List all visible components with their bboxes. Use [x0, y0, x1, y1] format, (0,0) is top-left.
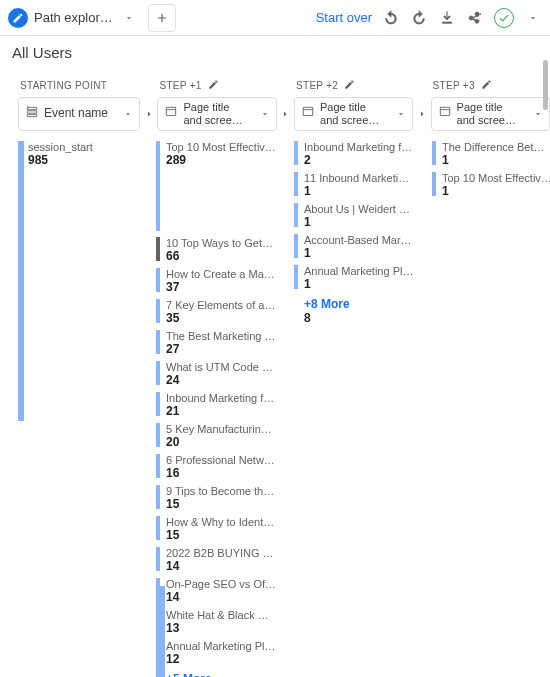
caret-down-icon[interactable]	[120, 9, 138, 27]
redo-icon[interactable]	[410, 9, 428, 27]
node-label: Account-Based Market…	[304, 234, 414, 246]
dimension-chip-page-3[interactable]: Page titleand scree…	[431, 97, 550, 131]
sankey-node[interactable]: What is UTM Code an…24	[156, 361, 276, 387]
node-label: About Us | Weidert Gro…	[304, 203, 414, 215]
sankey-node[interactable]: 9 Tips to Become the …15	[156, 485, 276, 511]
sankey-node[interactable]: 5 Key Manufacturing C…20	[156, 423, 276, 449]
node-value: 1	[304, 184, 414, 198]
status-ok-icon[interactable]	[494, 8, 514, 28]
sankey-more[interactable]: +8 More8	[294, 297, 414, 325]
sankey-node[interactable]: The Best Marketing Bu…27	[156, 330, 276, 356]
add-tab-button[interactable]	[148, 4, 176, 32]
node-value: 14	[166, 590, 276, 604]
sankey-node[interactable]: White Hat & Black Hat …13	[156, 609, 276, 635]
edit-icon[interactable]	[344, 79, 355, 92]
sankey-node[interactable]: Top 10 Most Effective …289	[156, 141, 276, 165]
node-label: 10 Top Ways to Get M…	[166, 237, 276, 249]
node-value: 24	[166, 373, 276, 387]
sankey-node[interactable]: How to Create a Mark…37	[156, 268, 276, 294]
arrow-right-icon	[413, 97, 430, 131]
sankey-node[interactable]: Inbound Marketing for …21	[156, 392, 276, 418]
sankey-node[interactable]: Account-Based Market…1	[294, 234, 414, 260]
sankey-canvas: session_start985 Top 10 Most Effective ……	[0, 135, 550, 677]
undo-icon[interactable]	[382, 9, 400, 27]
chevron-down-icon	[260, 105, 270, 123]
step-header-1: STEP +1	[157, 77, 276, 93]
arrow-right-icon	[140, 97, 157, 131]
top-toolbar: Path explorati… Start over	[0, 0, 550, 36]
sankey-node[interactable]: About Us | Weidert Gro…1	[294, 203, 414, 229]
node-label: How to Create a Mark…	[166, 268, 276, 280]
sankey-node[interactable]: How & Why to Identify …15	[156, 516, 276, 542]
sankey-node[interactable]: On-Page SEO vs Off-P…14	[156, 578, 276, 604]
sankey-node[interactable]: Annual Marketing Plan …1	[294, 265, 414, 291]
start-over-button[interactable]: Start over	[316, 10, 372, 25]
node-label: Top 10 Most Effective …	[442, 172, 550, 184]
node-label: White Hat & Black Hat …	[166, 609, 276, 621]
node-value: 37	[166, 280, 276, 294]
dimension-chip-page-2[interactable]: Page titleand scree…	[294, 97, 413, 131]
node-label: 7 Key Elements of a Q…	[166, 299, 276, 311]
node-value: 12	[166, 652, 276, 666]
node-value: 13	[166, 621, 276, 635]
node-value: 14	[166, 559, 276, 573]
node-label: Annual Marketing Plan …	[166, 640, 276, 652]
node-label: Top 10 Most Effective …	[166, 141, 276, 153]
sankey-node[interactable]: 2022 B2B BUYING BE…14	[156, 547, 276, 573]
node-label: 5 Key Manufacturing C…	[166, 423, 276, 435]
edit-icon[interactable]	[208, 79, 219, 92]
sankey-more[interactable]: +5 More367	[156, 672, 276, 677]
node-value: 1	[442, 153, 550, 167]
node-label: The Best Marketing Bu…	[166, 330, 276, 342]
sankey-node[interactable]: The Difference Betwee…1	[432, 141, 550, 167]
node-value: 289	[166, 153, 276, 167]
node-value: 27	[166, 342, 276, 356]
more-link[interactable]: +8 More	[304, 297, 414, 311]
node-label: Inbound Marketing for …	[166, 392, 276, 404]
node-label: 11 Inbound Marketing …	[304, 172, 414, 184]
sankey-node[interactable]: 11 Inbound Marketing …1	[294, 172, 414, 198]
download-icon[interactable]	[438, 9, 456, 27]
segment-title: All Users	[0, 36, 550, 67]
sankey-node[interactable]: 6 Professional Networ…16	[156, 454, 276, 480]
node-value: 985	[28, 153, 138, 167]
step-header-2: STEP +2	[294, 77, 413, 93]
node-value: 8	[304, 311, 414, 325]
chevron-down-icon	[396, 105, 406, 123]
edit-icon[interactable]	[481, 79, 492, 92]
event-icon	[25, 105, 39, 123]
node-label: 2022 B2B BUYING BE…	[166, 547, 276, 559]
sankey-node[interactable]: session_start985	[18, 141, 138, 171]
dimension-chip-event[interactable]: Event name	[18, 97, 140, 131]
step-header-start: STARTING POINT	[18, 77, 140, 93]
node-value: 1	[442, 184, 550, 198]
sankey-node[interactable]: 7 Key Elements of a Q…35	[156, 299, 276, 325]
node-value: 16	[166, 466, 276, 480]
node-label: What is UTM Code an…	[166, 361, 276, 373]
node-value: 2	[304, 153, 414, 167]
sankey-node[interactable]: Top 10 Most Effective …1	[432, 172, 550, 198]
node-label: 6 Professional Networ…	[166, 454, 276, 466]
chevron-down-icon	[123, 105, 133, 123]
node-value: 35	[166, 311, 276, 325]
node-value: 15	[166, 497, 276, 511]
more-link[interactable]: +5 More	[166, 672, 276, 677]
share-icon[interactable]	[466, 9, 484, 27]
pencil-icon	[8, 8, 28, 28]
sankey-node[interactable]: Inbound Marketing for …2	[294, 141, 414, 167]
page-icon	[438, 105, 452, 123]
node-label: 9 Tips to Become the …	[166, 485, 276, 497]
status-caret-icon[interactable]	[524, 9, 542, 27]
node-value: 15	[166, 528, 276, 542]
node-label: session_start	[28, 141, 138, 153]
sankey-node[interactable]: 10 Top Ways to Get M…66	[156, 237, 276, 263]
tab-chip[interactable]: Path explorati…	[8, 8, 138, 28]
svg-point-0	[475, 12, 479, 16]
page-icon	[301, 105, 315, 123]
sankey-node[interactable]: Annual Marketing Plan …12	[156, 640, 276, 666]
page-icon	[164, 105, 178, 123]
tab-title: Path explorati…	[34, 10, 114, 25]
scrollbar[interactable]	[543, 60, 548, 110]
node-label: The Difference Betwee…	[442, 141, 550, 153]
dimension-chip-page-1[interactable]: Page titleand scree…	[157, 97, 276, 131]
